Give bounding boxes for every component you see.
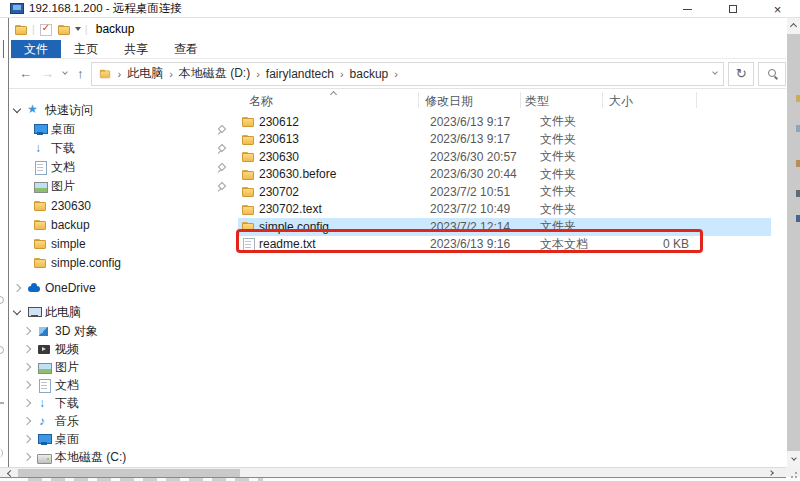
vertical-scrollbar[interactable] (786, 18, 800, 467)
sidebar-item-label: 图片 (55, 359, 79, 376)
file-row[interactable]: 230702.text2023/7/2 10:49文件夹 (238, 201, 771, 219)
ribbon-tab-主页[interactable]: 主页 (61, 40, 111, 58)
folder-icon (241, 150, 255, 163)
sidebar-item-label: 下载 (51, 140, 75, 157)
file-date-cell: 2023/7/2 10:51 (430, 185, 540, 199)
background-artifact (0, 296, 4, 304)
background-artifact (0, 402, 4, 404)
minimize-button-icon[interactable] (665, 0, 710, 18)
refresh-button[interactable]: ↻ (728, 62, 754, 86)
sidebar-item-文档[interactable]: 文档 (9, 158, 238, 177)
sidebar-item-label: 桌面 (51, 121, 75, 138)
breadcrumb-item[interactable]: fairylandtech (266, 67, 334, 81)
horizontal-scrollbar[interactable] (0, 467, 786, 477)
ribbon-tab-查看[interactable]: 查看 (161, 40, 211, 58)
sidebar-item-视频[interactable]: 视频 (9, 340, 238, 358)
sidebar-item-图片[interactable]: 图片 (9, 177, 238, 196)
sidebar-item-simple[interactable]: simple (9, 234, 238, 253)
window-title: backup (96, 22, 135, 36)
file-row[interactable]: 230630.before2023/6/30 20:44文件夹 (238, 166, 771, 184)
sidebar-item-backup[interactable]: backup (9, 215, 238, 234)
sidebar-item-下载[interactable]: 下载 (9, 394, 238, 412)
background-artifact (0, 448, 3, 458)
column-divider[interactable] (418, 92, 419, 108)
chevron-right-icon[interactable] (23, 435, 31, 443)
sidebar-item-本地磁盘 (C:)[interactable]: 本地磁盘 (C:) (9, 448, 238, 466)
sidebar-item-label: 此电脑 (45, 304, 81, 321)
file-row[interactable]: 2306122023/6/13 9:17文件夹 (238, 113, 771, 131)
column-divider[interactable] (696, 92, 697, 108)
drive-icon (37, 451, 51, 464)
sidebar-item-此电脑[interactable]: 此电脑 (9, 303, 238, 322)
recent-locations-chevron-icon[interactable] (62, 69, 68, 75)
chevron-down-icon[interactable] (13, 105, 21, 113)
sidebar-item-label: 文档 (51, 159, 75, 176)
column-header-3[interactable]: 大小 (609, 93, 633, 110)
forward-button-icon[interactable]: → (41, 66, 54, 81)
chevron-right-icon[interactable] (23, 381, 31, 389)
pictures-icon (33, 180, 47, 193)
column-header-2[interactable]: 类型 (525, 93, 549, 110)
sidebar-item-快速访问[interactable]: 快速访问 (9, 101, 238, 120)
close-button-icon[interactable]: × (755, 0, 800, 18)
chevron-right-icon[interactable] (23, 453, 31, 461)
scrollbar-artifact (796, 215, 800, 222)
scroll-down-arrow-icon[interactable] (787, 451, 800, 467)
scroll-up-arrow-icon[interactable] (787, 18, 800, 34)
chevron-right-icon[interactable] (23, 363, 31, 371)
sidebar-item-音乐[interactable]: 音乐 (9, 412, 238, 430)
sidebar-item-label: OneDrive (45, 281, 96, 295)
resize-grip-icon[interactable] (795, 472, 797, 474)
column-divider[interactable] (520, 92, 521, 108)
sidebar-item-230630[interactable]: 230630 (9, 196, 238, 215)
column-header-0[interactable]: 名称 (249, 93, 273, 110)
address-dropdown-chevron-icon[interactable] (712, 69, 718, 75)
breadcrumb-item[interactable]: 本地磁盘 (D:) (179, 65, 250, 82)
file-row[interactable]: 2306132023/6/13 9:17文件夹 (238, 131, 771, 149)
file-row[interactable]: simple.config2023/7/2 12:14文件夹 (238, 218, 771, 236)
file-name-cell: 230702.text (259, 202, 430, 216)
ribbon-tab-文件[interactable]: 文件 (11, 40, 61, 58)
sidebar-item-文档[interactable]: 文档 (9, 376, 238, 394)
qat-customize-caret-icon[interactable] (75, 27, 81, 31)
file-date-cell: 2023/6/13 9:16 (430, 237, 540, 251)
folder-icon (241, 133, 255, 146)
sidebar-item-下载[interactable]: 下载 (9, 139, 238, 158)
up-button-icon[interactable]: ↑ (77, 66, 84, 81)
sidebar-item-桌面[interactable]: 桌面 (9, 430, 238, 448)
back-button-icon[interactable]: ← (19, 66, 32, 81)
chevron-right-icon[interactable] (13, 283, 21, 291)
search-input[interactable] (758, 62, 786, 86)
breadcrumb-item[interactable]: backup (350, 67, 389, 81)
sidebar-item-3D 对象[interactable]: 3D 对象 (9, 322, 238, 340)
properties-quick-icon[interactable] (39, 23, 53, 36)
chevron-right-icon[interactable] (23, 345, 31, 353)
chevron-down-icon[interactable] (13, 307, 21, 315)
file-row[interactable]: 2306302023/6/30 20:57文件夹 (238, 148, 771, 166)
ribbon-tabs: 文件主页共享查看 (9, 40, 786, 58)
scrollbar-artifact (796, 125, 800, 132)
sidebar-item-label: 快速访问 (45, 102, 93, 119)
breadcrumb-separator: › (256, 68, 260, 80)
folder-icon (241, 220, 255, 233)
column-divider[interactable] (602, 92, 603, 108)
sidebar-item-OneDrive[interactable]: OneDrive (9, 278, 238, 297)
sidebar-item-simple.config[interactable]: simple.config (9, 253, 238, 272)
sidebar-item-图片[interactable]: 图片 (9, 358, 238, 376)
chevron-right-icon[interactable] (23, 417, 31, 425)
column-header-1[interactable]: 修改日期 (425, 93, 473, 110)
ribbon-tab-共享[interactable]: 共享 (111, 40, 161, 58)
address-bar[interactable]: › 此电脑›本地磁盘 (D:)›fairylandtech›backup› (91, 62, 725, 86)
horizontal-scrollbar-thumb[interactable] (18, 469, 240, 477)
chevron-right-icon[interactable] (23, 399, 31, 407)
new-folder-quick-icon[interactable] (57, 23, 71, 36)
explorer-app-icon (14, 23, 28, 36)
sidebar-item-桌面[interactable]: 桌面 (9, 120, 238, 139)
breadcrumb-item[interactable]: 此电脑 (127, 65, 163, 82)
chevron-right-icon[interactable] (23, 327, 31, 335)
file-icon (241, 238, 255, 251)
file-row[interactable]: 2307022023/7/2 10:51文件夹 (238, 183, 771, 201)
maximize-button-icon[interactable] (710, 0, 755, 18)
file-row[interactable]: readme.txt2023/6/13 9:16文本文档0 KB (238, 236, 771, 254)
desktop-icon (33, 123, 47, 136)
